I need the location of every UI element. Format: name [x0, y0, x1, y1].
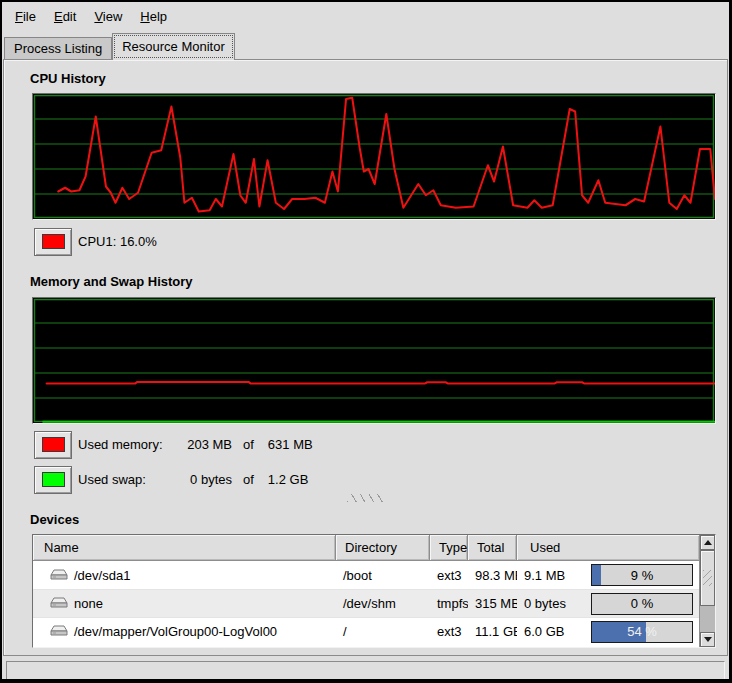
- notebook-tabs: Process Listing Resource Monitor: [4, 31, 235, 60]
- device-type-cell: tmpfs: [430, 590, 468, 617]
- system-monitor-window: File Edit View Help Process Listing Reso…: [0, 0, 732, 683]
- device-total-cell: 11.1 GB: [468, 618, 517, 645]
- device-name-cell: /dev/mapper/VolGroup00-LogVol00: [33, 618, 336, 645]
- device-directory-cell: /: [336, 618, 430, 645]
- disk-icon: [50, 625, 68, 638]
- swap-legend-row: Used swap: 0 bytes of 1.2 GB: [34, 465, 308, 494]
- tab-resource-monitor[interactable]: Resource Monitor: [112, 33, 235, 60]
- usage-progressbar: 9 %: [591, 564, 693, 586]
- memory-of-text: of: [243, 437, 254, 452]
- device-type-cell: ext3: [430, 561, 468, 589]
- column-header-total[interactable]: Total: [468, 535, 517, 561]
- cpu-legend-row: CPU1: 16.0%: [34, 227, 157, 256]
- usage-progressbar: 0 %: [591, 593, 693, 615]
- cpu-color-button[interactable]: [34, 228, 72, 256]
- swap-color-swatch: [42, 472, 65, 487]
- devices-table: Name Directory Type Total Used /dev/sda1…: [32, 534, 716, 648]
- swap-legend-label: Used swap:: [78, 472, 175, 487]
- memory-total-value: 631 MB: [268, 437, 313, 452]
- device-directory-cell: /boot: [336, 561, 430, 589]
- device-rows: /dev/sda1/bootext398.3 MB9.1 MB9 % none/…: [33, 561, 699, 645]
- swap-total-value: 1.2 GB: [268, 472, 308, 487]
- device-used-cell: 9.1 MB9 %: [517, 561, 699, 589]
- column-header-type[interactable]: Type: [430, 535, 468, 561]
- device-name-cell: /dev/sda1: [33, 561, 336, 589]
- column-header-name[interactable]: Name: [33, 535, 336, 561]
- devices-table-header: Name Directory Type Total Used: [33, 535, 699, 561]
- device-directory-cell: /dev/shm: [336, 590, 430, 617]
- column-header-used[interactable]: Used: [517, 535, 699, 561]
- down-arrow-icon: [704, 637, 712, 642]
- resource-monitor-page: CPU History CPU1: 16.0% Memory and Swap …: [3, 59, 728, 656]
- device-type-cell: ext3: [430, 618, 468, 645]
- memory-color-button[interactable]: [34, 431, 72, 459]
- cpu-color-swatch: [42, 234, 65, 249]
- device-total-cell: 315 MB: [468, 590, 517, 617]
- device-total-cell: 98.3 MB: [468, 561, 517, 589]
- usage-progressbar: 54 %: [591, 621, 693, 643]
- disk-icon: [50, 597, 68, 610]
- devices-scrollbar[interactable]: [699, 535, 715, 647]
- device-used-cell: 0 bytes0 %: [517, 590, 699, 617]
- menu-help[interactable]: Help: [131, 5, 176, 28]
- table-row[interactable]: none/dev/shmtmpfs315 MB0 bytes0 %: [33, 589, 699, 617]
- memory-legend-label: Used memory:: [78, 437, 175, 452]
- device-name-cell: none: [33, 590, 336, 617]
- up-arrow-icon: [704, 540, 712, 545]
- memory-legend-row: Used memory: 203 MB of 631 MB: [34, 430, 313, 459]
- menu-edit[interactable]: Edit: [45, 5, 85, 28]
- swap-color-button[interactable]: [34, 466, 72, 494]
- swap-of-text: of: [243, 472, 254, 487]
- devices-title: Devices: [30, 512, 79, 527]
- cpu-legend-label: CPU1: 16.0%: [78, 234, 157, 249]
- usage-percent-label: 54 %: [592, 622, 692, 642]
- menu-file[interactable]: File: [6, 5, 45, 28]
- usage-percent-label: 9 %: [592, 565, 692, 585]
- statusbar: [6, 661, 725, 680]
- memory-color-swatch: [42, 437, 65, 452]
- cpu-history-chart: [32, 93, 716, 220]
- memory-used-value: 203 MB: [175, 437, 232, 452]
- memory-swap-title: Memory and Swap History: [30, 274, 193, 289]
- tab-process-listing[interactable]: Process Listing: [4, 37, 112, 60]
- memory-swap-chart: [32, 297, 716, 424]
- scrollbar-trough[interactable]: [700, 606, 715, 632]
- column-header-directory[interactable]: Directory: [336, 535, 430, 561]
- cpu-history-title: CPU History: [30, 71, 106, 86]
- menu-view[interactable]: View: [85, 5, 131, 28]
- table-row[interactable]: /dev/sda1/bootext398.3 MB9.1 MB9 %: [33, 561, 699, 589]
- swap-used-value: 0 bytes: [175, 472, 232, 487]
- device-used-cell: 6.0 GB54 %: [517, 618, 699, 645]
- pane-resize-grip[interactable]: [347, 494, 385, 502]
- table-row[interactable]: /dev/mapper/VolGroup00-LogVol00/ext311.1…: [33, 617, 699, 645]
- scrollbar-thumb[interactable]: [700, 550, 715, 606]
- scroll-up-button[interactable]: [700, 535, 715, 550]
- menubar: File Edit View Help: [2, 2, 729, 31]
- scrollbar-grip-icon: [703, 570, 712, 586]
- scroll-down-button[interactable]: [700, 632, 715, 647]
- usage-percent-label: 0 %: [592, 594, 692, 614]
- disk-icon: [50, 569, 68, 582]
